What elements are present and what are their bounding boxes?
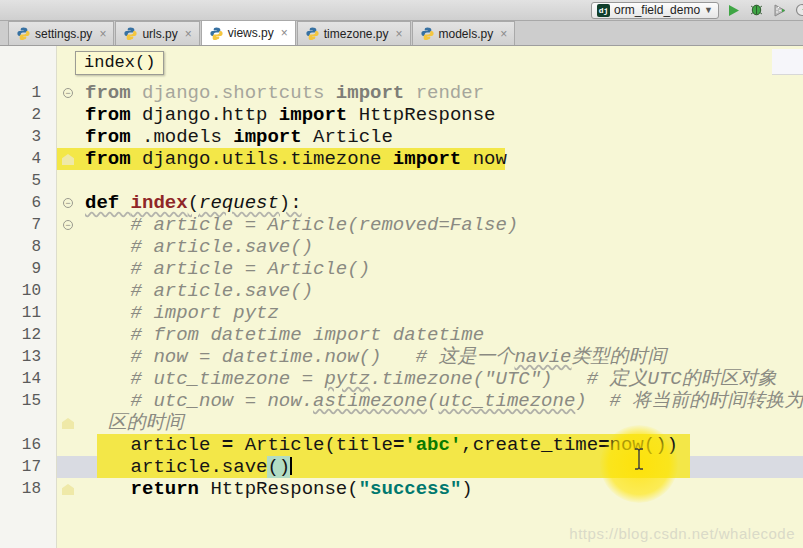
fold-marker-icon[interactable] [63, 198, 73, 208]
code-line-14: 14 # utc_timezone = pytz.timezone("UTC")… [0, 368, 803, 390]
code-line-3: 3from .models import Article [0, 126, 803, 148]
line-number: 2 [0, 104, 57, 126]
fold-column [57, 148, 85, 170]
line-number: 15 [0, 390, 57, 412]
fold-column [57, 214, 85, 236]
python-file-icon [306, 27, 319, 40]
code-line-17: 17 article.save() [0, 456, 803, 478]
close-tab-icon[interactable]: × [183, 29, 192, 39]
chevron-down-icon: ▼ [704, 5, 713, 15]
line-number: 10 [0, 280, 57, 302]
gutter-marker-icon[interactable] [62, 418, 74, 429]
code-line-15: 15 # utc_now = now.astimezone(utc_timezo… [0, 390, 803, 412]
python-file-icon [421, 27, 434, 40]
line-number: 3 [0, 126, 57, 148]
main-toolbar: dj orm_field_demo ▼ [0, 0, 803, 21]
code-line-5: 5 [0, 170, 803, 192]
python-file-icon [17, 27, 30, 40]
code-line-1: 1from django.shortcuts import render [0, 82, 803, 104]
code-editor[interactable]: index() 1from django.shortcuts import re… [0, 46, 803, 548]
code-text: from django.shortcuts import render [85, 82, 803, 104]
editor-scroll-corner [772, 49, 803, 75]
run-configuration-label: orm_field_demo [614, 3, 700, 17]
fold-column [57, 434, 85, 456]
line-number: 17 [0, 456, 57, 478]
run-with-coverage-icon[interactable] [771, 2, 787, 18]
code-line-wrap: 区的时间 [0, 412, 803, 434]
django-dj-icon: dj [597, 4, 610, 17]
gutter-marker-icon[interactable] [62, 154, 74, 165]
code-text: return HttpResponse("success") [85, 478, 803, 500]
tab-views.py[interactable]: views.py× [201, 20, 296, 45]
tab-models.py[interactable]: models.py× [412, 21, 516, 45]
code-line-7: 7 # article = Article(removed=False) [0, 214, 803, 236]
python-file-icon [210, 27, 223, 40]
line-number: 16 [0, 434, 57, 456]
code-line-4: 4from django.utils.timezone import now [0, 148, 803, 170]
fold-column [57, 192, 85, 214]
line-number: 9 [0, 258, 57, 280]
line-number: 4 [0, 148, 57, 170]
code-text: # article.save() [85, 236, 803, 258]
profiler-icon[interactable] [794, 2, 803, 18]
line-number: 6 [0, 192, 57, 214]
close-tab-icon[interactable]: × [97, 29, 106, 39]
code-text: # article = Article() [85, 258, 803, 280]
fold-column [57, 302, 85, 324]
gutter-marker-icon[interactable] [62, 484, 74, 495]
completion-hint[interactable]: index() [75, 51, 164, 75]
line-number: 7 [0, 214, 57, 236]
code-text: # article = Article(removed=False) [85, 214, 803, 236]
code-text: from .models import Article [85, 126, 803, 148]
code-line-6: 6def index(request): [0, 192, 803, 214]
line-number: 18 [0, 478, 57, 500]
fold-column [57, 412, 85, 434]
code-text: from django.http import HttpResponse [85, 104, 803, 126]
line-number: 12 [0, 324, 57, 346]
code-text: # article.save() [85, 280, 803, 302]
code-text: # utc_now = now.astimezone(utc_timezone)… [85, 390, 803, 412]
code-rows: 1from django.shortcuts import render2fro… [0, 82, 803, 500]
fold-column [57, 280, 85, 302]
close-tab-icon[interactable]: × [393, 29, 402, 39]
fold-column [57, 324, 85, 346]
tab-bar: settings.py×urls.py×views.py×timezone.py… [0, 21, 803, 46]
code-text: article.save() [85, 456, 803, 478]
close-tab-icon[interactable]: × [279, 28, 288, 38]
line-number [0, 412, 57, 434]
close-tab-icon[interactable]: × [498, 29, 507, 39]
fold-column [57, 456, 85, 478]
toolbar-run-icons [725, 2, 803, 18]
python-file-icon [124, 27, 137, 40]
line-number: 11 [0, 302, 57, 324]
fold-column [57, 126, 85, 148]
code-text: from django.utils.timezone import now [85, 148, 803, 170]
fold-column [57, 478, 85, 500]
code-line-9: 9 # article = Article() [0, 258, 803, 280]
code-text: article = Article(title='abc',create_tim… [85, 434, 803, 456]
tab-timezone.py[interactable]: timezone.py× [297, 21, 411, 45]
tab-label: settings.py [35, 27, 92, 41]
line-number: 1 [0, 82, 57, 104]
line-number: 14 [0, 368, 57, 390]
tab-label: timezone.py [324, 27, 389, 41]
watermark: https://blog.csdn.net/whalecode [569, 525, 795, 542]
code-text [85, 170, 803, 192]
code-line-2: 2from django.http import HttpResponse [0, 104, 803, 126]
run-configuration-selector[interactable]: dj orm_field_demo ▼ [591, 2, 719, 19]
code-text: # utc_timezone = pytz.timezone("UTC") # … [85, 368, 803, 390]
completion-hint-label: index() [84, 53, 155, 72]
debug-icon[interactable] [748, 2, 764, 18]
fold-marker-icon[interactable] [63, 220, 73, 230]
code-line-11: 11 # import pytz [0, 302, 803, 324]
tab-urls.py[interactable]: urls.py× [115, 21, 199, 45]
fold-marker-icon[interactable] [63, 88, 73, 98]
fold-column [57, 346, 85, 368]
code-line-10: 10 # article.save() [0, 280, 803, 302]
tab-settings.py[interactable]: settings.py× [8, 21, 114, 45]
run-icon[interactable] [725, 2, 741, 18]
code-text: # now = datetime.now() # 这是一个navie类型的时间 [85, 346, 803, 368]
code-text: # from datetime import datetime [85, 324, 803, 346]
fold-column [57, 236, 85, 258]
code-line-12: 12 # from datetime import datetime [0, 324, 803, 346]
